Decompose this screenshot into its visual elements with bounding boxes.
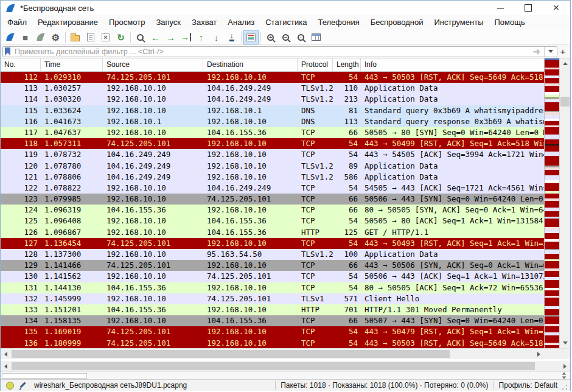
scroll-up-arrow[interactable] <box>560 58 570 69</box>
auto-scroll-icon[interactable]: ↓ <box>224 30 239 44</box>
menu-item-5[interactable]: Захват <box>186 15 222 30</box>
resize-grip[interactable] <box>561 383 568 391</box>
menu-item-6[interactable]: Анализ <box>222 15 260 30</box>
column-header-no[interactable]: No. <box>1 58 41 71</box>
go-first-packet-icon[interactable]: ↑ <box>194 30 209 44</box>
packet-row[interactable]: 1351.16901974.125.205.101192.168.10.10TC… <box>1 326 544 337</box>
menu-item-4[interactable]: Запуск <box>150 15 186 30</box>
go-forward-icon[interactable]: → <box>163 30 178 44</box>
close-button[interactable] <box>542 1 570 15</box>
packet-row[interactable]: 1151.033624192.168.10.10192.168.10.1DNS8… <box>1 105 544 116</box>
stop-capture-icon[interactable]: ■ <box>18 30 33 44</box>
packet-row[interactable]: 1231.079985192.168.10.1074.125.205.101TC… <box>1 194 544 205</box>
add-filter-button[interactable]: + <box>557 46 568 57</box>
zoom-in-icon[interactable]: + <box>263 30 278 44</box>
menu-item-3[interactable]: Просмотр <box>103 15 150 30</box>
close-file-icon[interactable]: × <box>98 30 113 44</box>
packet-row[interactable]: 1201.078780104.16.249.249192.168.10.10TL… <box>1 161 544 172</box>
packet-row[interactable]: 1141.030320192.168.10.10104.16.249.249TL… <box>1 94 544 105</box>
vertical-scroll-thumb[interactable] <box>560 97 570 107</box>
scroll-down-arrow[interactable] <box>560 338 570 348</box>
save-file-icon[interactable] <box>83 30 98 44</box>
packet-row[interactable]: 1301.141562192.168.10.1074.125.205.101TC… <box>1 271 544 282</box>
packet-row[interactable]: 1311.144130104.16.155.36192.168.10.10TCP… <box>1 282 544 293</box>
cell-length: 81 <box>333 105 361 116</box>
packet-row[interactable]: 1131.030257192.168.10.10104.16.249.249TL… <box>1 83 544 94</box>
packet-row[interactable]: 1211.078806104.16.249.249192.168.10.10TL… <box>1 172 544 183</box>
zoom-out-icon[interactable]: − <box>278 30 293 44</box>
cell-no: 115 <box>1 105 41 116</box>
packet-row[interactable]: 1181.05731174.125.205.101192.168.10.10TC… <box>1 138 544 149</box>
packet-row[interactable]: 1341.158135192.168.10.10104.16.155.36TCP… <box>1 315 544 326</box>
apply-filter-icon[interactable]: ➜ <box>529 48 544 55</box>
display-filter-field[interactable]: ➜ <box>2 46 557 57</box>
thin-scroll-thumb[interactable] <box>2 373 87 379</box>
display-filter-input[interactable] <box>13 47 529 57</box>
capture-options-icon[interactable]: ⚙ <box>48 30 63 44</box>
packet-row[interactable]: 1321.145999192.168.10.1074.125.205.101TL… <box>1 293 544 304</box>
hscroll-left-arrow[interactable] <box>1 349 11 359</box>
menu-item-9[interactable]: Беспроводной <box>365 15 429 30</box>
go-last-packet-icon[interactable]: ↓ <box>209 30 224 44</box>
packet-row[interactable]: 1161.041673192.168.10.1192.168.10.10DNS1… <box>1 116 544 127</box>
menu-item-8[interactable]: Телефония <box>312 15 364 30</box>
minimize-button[interactable] <box>486 1 514 15</box>
hscroll2-right-arrow[interactable] <box>560 361 570 371</box>
column-header-protocol[interactable]: Protocol <box>298 58 333 71</box>
start-capture-icon[interactable] <box>2 30 18 44</box>
column-header-destination[interactable]: Destination <box>203 58 298 71</box>
filter-bookmark-icon[interactable] <box>5 47 10 55</box>
hscroll-right-arrow[interactable] <box>534 349 544 359</box>
intelligent-scrollbar-minimap[interactable] <box>544 58 559 348</box>
cell-source: 192.168.10.10 <box>103 249 203 260</box>
find-packet-icon[interactable] <box>133 30 148 44</box>
filter-bar: ➜ + <box>1 45 570 58</box>
hscroll2-left-arrow[interactable] <box>1 361 11 371</box>
packet-row[interactable]: 1171.047637192.168.10.10104.16.155.36TCP… <box>1 127 544 138</box>
packet-row[interactable]: 1281.137300192.168.10.1095.163.54.50TLSv… <box>1 249 544 260</box>
expert-info-icon[interactable] <box>6 382 14 390</box>
packet-row[interactable]: 1291.14146674.125.205.101192.168.10.10TC… <box>1 260 544 271</box>
menu-item-1[interactable]: Файл <box>2 15 32 30</box>
hscroll-thumb[interactable] <box>12 350 450 358</box>
vertical-scrollbar[interactable] <box>559 58 570 348</box>
detail-pane-hscrollbar[interactable] <box>1 361 570 371</box>
packet-row[interactable]: 1221.078822192.168.10.10104.16.249.249TC… <box>1 183 544 194</box>
go-back-icon[interactable]: ← <box>148 30 163 44</box>
cell-protocol: TCP <box>298 183 333 194</box>
menu-item-2[interactable]: Редактирование <box>32 15 103 30</box>
column-header-time[interactable]: Time <box>41 58 103 71</box>
resize-columns-icon[interactable] <box>309 30 324 44</box>
open-file-icon[interactable] <box>68 30 83 44</box>
column-header-info[interactable]: Info <box>361 58 544 71</box>
packet-list-hscrollbar[interactable] <box>1 349 544 359</box>
colorize-packets-icon[interactable] <box>243 30 259 44</box>
packet-row[interactable]: 1191.078732104.16.249.249192.168.10.10TC… <box>1 149 544 160</box>
restart-capture-icon[interactable] <box>33 30 48 44</box>
menu-item-11[interactable]: Помощь <box>489 15 531 30</box>
zoom-original-icon[interactable]: · <box>293 30 309 44</box>
maximize-button[interactable] <box>514 1 542 15</box>
packet-row[interactable]: 1251.096408192.168.10.10104.16.155.36TCP… <box>1 215 544 226</box>
packet-row[interactable]: 1241.096319104.16.155.36192.168.10.10TCP… <box>1 205 544 215</box>
packet-row[interactable]: 1121.02931074.125.205.101192.168.10.10TC… <box>1 72 544 83</box>
packet-row[interactable]: 1271.13645474.125.205.101192.168.10.10TC… <box>1 238 544 249</box>
reload-file-icon[interactable]: ↻ <box>113 30 128 44</box>
hscroll-track[interactable] <box>11 349 534 359</box>
hscroll2-track[interactable] <box>11 361 560 371</box>
menu-item-7[interactable]: Статистика <box>260 15 312 30</box>
filter-dropdown-caret[interactable] <box>544 47 557 57</box>
packet-row[interactable]: 1331.151201104.16.155.36192.168.10.10HTT… <box>1 304 544 315</box>
column-header-source[interactable]: Source <box>103 58 203 71</box>
packet-row[interactable]: 1261.096867192.168.10.10104.16.155.36HTT… <box>1 227 544 238</box>
packet-row[interactable]: 1361.18099974.125.205.101192.168.10.10TC… <box>1 338 544 349</box>
capture-comment-icon[interactable] <box>19 382 27 390</box>
go-to-packet-icon[interactable]: → <box>178 30 194 44</box>
cell-protocol: TLSv1.2 <box>298 172 333 183</box>
cell-time: 1.078780 <box>41 161 103 172</box>
hscroll2-thumb[interactable] <box>12 362 535 370</box>
menu-item-10[interactable]: Инструменты <box>428 15 489 30</box>
window-title: *Беспроводная сеть <box>20 4 486 13</box>
column-header-length[interactable]: Length <box>333 58 361 71</box>
profile-label[interactable]: Профиль: Default <box>499 381 558 390</box>
